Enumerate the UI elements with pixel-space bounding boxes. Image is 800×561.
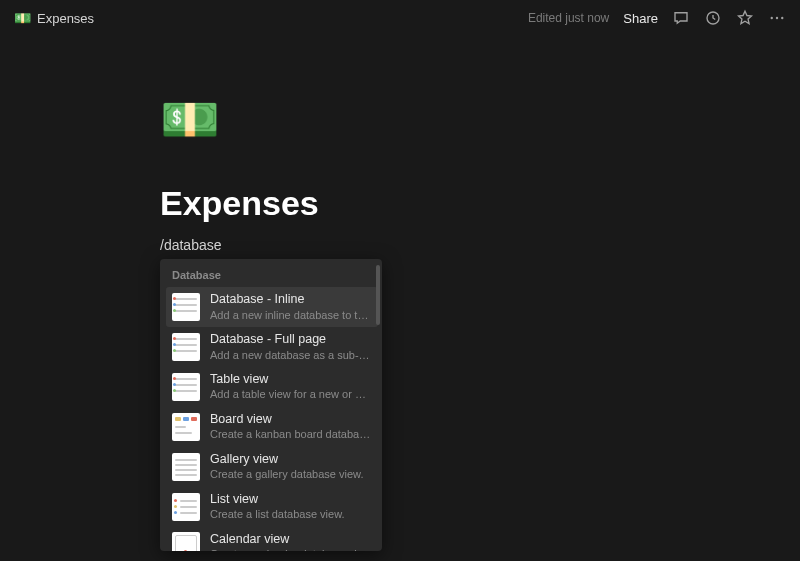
svg-point-1 (771, 17, 773, 19)
menu-item-table-view[interactable]: Table view Add a table view for a new or… (166, 367, 378, 407)
scrollbar[interactable] (376, 265, 380, 325)
comments-icon[interactable] (672, 9, 690, 27)
menu-item-title: Board view (210, 412, 372, 428)
favorite-icon[interactable] (736, 9, 754, 27)
menu-item-calendar-view[interactable]: Calendar view Create a calendar database… (166, 527, 378, 551)
menu-item-title: Table view (210, 372, 372, 388)
page-content: 💵 Expenses /database Database Database -… (0, 36, 800, 551)
menu-item-desc: Create a list database view. (210, 507, 372, 521)
page-title[interactable]: Expenses (160, 184, 640, 223)
svg-point-2 (776, 17, 778, 19)
edited-status: Edited just now (528, 11, 609, 25)
menu-item-desc: Create a gallery database view. (210, 467, 372, 481)
slash-menu-section-label: Database (166, 265, 378, 287)
topbar-actions: Edited just now Share (528, 9, 786, 27)
menu-item-title: Gallery view (210, 452, 372, 468)
updates-icon[interactable] (704, 9, 722, 27)
slash-menu-scroll: Database Database - Inline Add a new inl… (160, 259, 382, 551)
menu-item-title: List view (210, 492, 372, 508)
menu-item-board-view[interactable]: Board view Create a kanban board databas… (166, 407, 378, 447)
table-view-icon (172, 373, 200, 401)
breadcrumb[interactable]: 💵 Expenses (14, 11, 94, 26)
topbar: 💵 Expenses Edited just now Share (0, 0, 800, 36)
menu-item-desc: Create a kanban board database view. (210, 427, 372, 441)
svg-point-3 (781, 17, 783, 19)
menu-item-desc: Create a calendar database view. (210, 547, 372, 551)
menu-item-list-view[interactable]: List view Create a list database view. (166, 487, 378, 527)
database-fullpage-icon (172, 333, 200, 361)
menu-item-title: Database - Full page (210, 332, 372, 348)
slash-menu: Database Database - Inline Add a new inl… (160, 259, 382, 551)
share-button[interactable]: Share (623, 11, 658, 26)
menu-item-database-fullpage[interactable]: Database - Full page Add a new database … (166, 327, 378, 367)
calendar-view-icon (172, 532, 200, 551)
board-view-icon (172, 413, 200, 441)
slash-command-input[interactable]: /database (160, 237, 640, 253)
page-icon-small: 💵 (14, 11, 31, 25)
page-emoji[interactable]: 💵 (160, 96, 640, 144)
database-inline-icon (172, 293, 200, 321)
menu-item-gallery-view[interactable]: Gallery view Create a gallery database v… (166, 447, 378, 487)
gallery-view-icon (172, 453, 200, 481)
menu-item-desc: Add a new inline database to this page. (210, 308, 372, 322)
more-icon[interactable] (768, 9, 786, 27)
menu-item-database-inline[interactable]: Database - Inline Add a new inline datab… (166, 287, 378, 327)
menu-item-desc: Add a table view for a new or existing .… (210, 387, 372, 401)
list-view-icon (172, 493, 200, 521)
menu-item-title: Calendar view (210, 532, 372, 548)
menu-item-desc: Add a new database as a sub-page. (210, 348, 372, 362)
menu-item-title: Database - Inline (210, 292, 372, 308)
page-title-small: Expenses (37, 11, 94, 26)
